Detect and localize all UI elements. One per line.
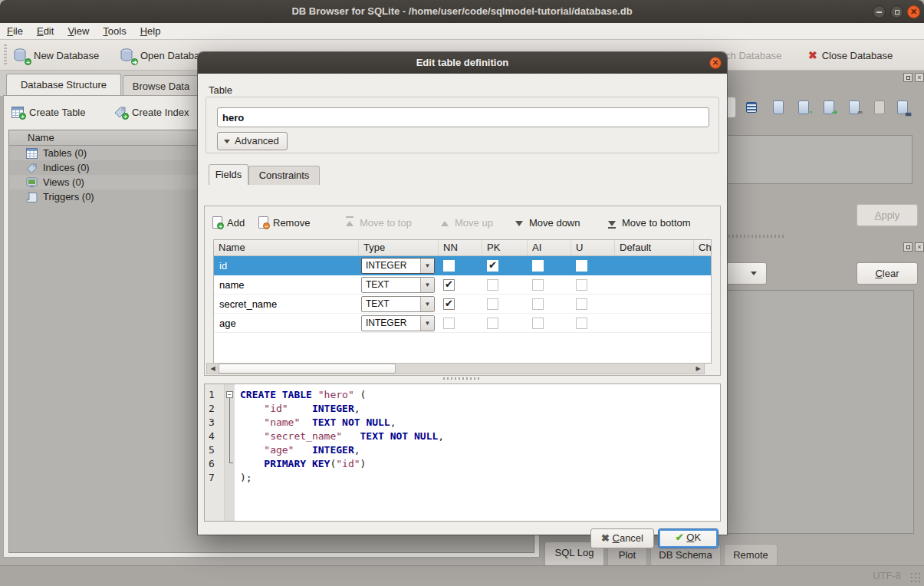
field-row-secret_name[interactable]: secret_nameTEXT▼: [214, 295, 711, 314]
move-to-bottom-button[interactable]: Move to bottom: [608, 214, 691, 231]
fields-hscrollbar[interactable]: ◀ ▶: [206, 363, 705, 374]
field-row-name[interactable]: nameTEXT▼: [214, 275, 711, 295]
u-checkbox[interactable]: [576, 260, 587, 272]
move-to-top-button[interactable]: Move to top: [346, 214, 412, 231]
column-header-ai[interactable]: AI: [528, 240, 571, 255]
apply-button[interactable]: Apply: [857, 204, 918, 226]
type-combobox[interactable]: TEXT▼: [361, 277, 435, 293]
format-icon[interactable]: [742, 98, 761, 117]
menu-tools[interactable]: Tools: [96, 23, 133, 39]
type-combobox[interactable]: TEXT▼: [361, 296, 435, 312]
field-name-cell[interactable]: age: [214, 318, 359, 329]
pk-checkbox[interactable]: [487, 260, 498, 272]
fold-collapse-icon[interactable]: −: [226, 391, 233, 398]
field-type-cell: INTEGER▼: [359, 315, 439, 331]
tab-browse-data[interactable]: Browse Data: [123, 75, 199, 96]
create-index-button[interactable]: + Create Index: [113, 102, 189, 122]
tab-constraints[interactable]: Constraints: [248, 166, 320, 185]
column-header-u[interactable]: U: [571, 240, 615, 255]
u-checkbox[interactable]: [576, 279, 587, 291]
field-type-cell: INTEGER▼: [359, 258, 439, 274]
close-database-button[interactable]: ✖ Close Database: [808, 44, 893, 66]
pk-checkbox[interactable]: [487, 298, 498, 310]
nn-checkbox[interactable]: [443, 298, 455, 310]
open-database-button[interactable]: ➜ Open Database: [119, 44, 210, 66]
field-nn-cell: [439, 260, 482, 272]
open-file-icon[interactable]: [769, 98, 788, 117]
scroll-right-icon[interactable]: ▶: [692, 364, 704, 374]
field-row-age[interactable]: ageINTEGER▼: [214, 314, 711, 333]
toolbar-grip[interactable]: [4, 44, 7, 64]
menu-view[interactable]: View: [61, 23, 96, 39]
chevron-down-icon[interactable]: ▼: [420, 278, 434, 292]
chevron-down-icon[interactable]: ▼: [420, 316, 434, 331]
maximize-button[interactable]: [890, 5, 903, 18]
close-window-button[interactable]: ✕: [907, 5, 920, 18]
field-name-cell[interactable]: name: [214, 279, 359, 291]
save-icon[interactable]: ▪: [794, 98, 813, 117]
ai-checkbox[interactable]: [532, 279, 544, 291]
splitter-handle[interactable]: [443, 377, 482, 380]
type-combobox[interactable]: INTEGER▼: [361, 315, 435, 331]
sql-log-box[interactable]: [727, 290, 914, 534]
ai-checkbox[interactable]: [532, 260, 544, 272]
resize-grip[interactable]: [910, 572, 921, 583]
nn-checkbox[interactable]: [443, 279, 455, 291]
bottom-tab-remote[interactable]: Remote: [724, 544, 778, 565]
print-icon[interactable]: ▃: [893, 98, 912, 117]
menu-help[interactable]: Help: [133, 23, 168, 39]
menu-edit[interactable]: Edit: [30, 23, 61, 39]
dock-close-icon[interactable]: ×: [915, 73, 924, 82]
advanced-button[interactable]: Advanced: [217, 132, 288, 150]
field-name-cell[interactable]: secret_name: [214, 298, 359, 310]
export-icon[interactable]: ➜: [820, 98, 838, 117]
nn-checkbox[interactable]: [443, 260, 455, 272]
column-header-pk[interactable]: PK: [482, 240, 528, 255]
type-combobox[interactable]: INTEGER▼: [361, 258, 435, 274]
create-table-button[interactable]: + Create Table: [12, 102, 85, 122]
chevron-down-icon[interactable]: ▼: [420, 258, 434, 273]
field-name-cell[interactable]: id: [214, 260, 359, 272]
add-button[interactable]: +Add: [212, 214, 245, 231]
column-header-type[interactable]: Type: [359, 240, 439, 255]
toggle-icon[interactable]: [870, 98, 889, 117]
field-u-cell: [571, 279, 615, 291]
ok-button[interactable]: ✔ OK: [658, 528, 718, 548]
move-down-button[interactable]: Move down: [515, 214, 580, 231]
ai-checkbox[interactable]: [532, 318, 544, 329]
tab-database-structure[interactable]: Database Structure: [6, 74, 121, 96]
pk-checkbox[interactable]: [487, 279, 498, 291]
tab-fields[interactable]: Fields: [209, 164, 248, 185]
scrollbar-handle[interactable]: [219, 364, 396, 374]
dock-splitter-handle[interactable]: [725, 235, 786, 238]
clear-button[interactable]: Clear: [857, 262, 918, 285]
link-icon[interactable]: ∞: [845, 98, 863, 117]
dock2-float-icon[interactable]: [903, 242, 912, 252]
column-header-check[interactable]: Check: [694, 240, 712, 255]
encoding-status: UTF-8: [873, 570, 901, 581]
move-up-button[interactable]: Move up: [441, 214, 493, 231]
remove-button[interactable]: −Remove: [258, 214, 310, 231]
minimize-button[interactable]: [873, 5, 886, 18]
nn-checkbox[interactable]: [443, 318, 455, 329]
cell-editor-box[interactable]: [727, 135, 912, 184]
column-header-name[interactable]: Name: [214, 240, 359, 255]
chevron-down-icon[interactable]: ▼: [420, 297, 434, 311]
field-row-id[interactable]: idINTEGER▼: [214, 256, 711, 275]
u-checkbox[interactable]: [576, 298, 587, 310]
scroll-left-icon[interactable]: ◀: [207, 364, 219, 374]
column-header-default[interactable]: Default: [615, 240, 694, 255]
dock-float-icon[interactable]: [903, 73, 912, 82]
pk-checkbox[interactable]: [487, 318, 498, 329]
field-pk-cell: [482, 318, 528, 329]
cancel-button[interactable]: ✖ Cancel: [590, 528, 654, 548]
u-checkbox[interactable]: [576, 318, 587, 329]
table-name-input[interactable]: [217, 107, 709, 127]
menu-file[interactable]: File: [0, 23, 30, 39]
column-header-nn[interactable]: NN: [439, 240, 482, 255]
new-database-button[interactable]: + New Database: [12, 44, 99, 66]
dock2-close-icon[interactable]: ×: [915, 242, 924, 252]
sql-preview-editor[interactable]: 1234567 − CREATE TABLE "hero" ( "id" INT…: [204, 384, 721, 522]
dialog-close-button[interactable]: ✕: [709, 57, 722, 69]
ai-checkbox[interactable]: [532, 298, 544, 310]
